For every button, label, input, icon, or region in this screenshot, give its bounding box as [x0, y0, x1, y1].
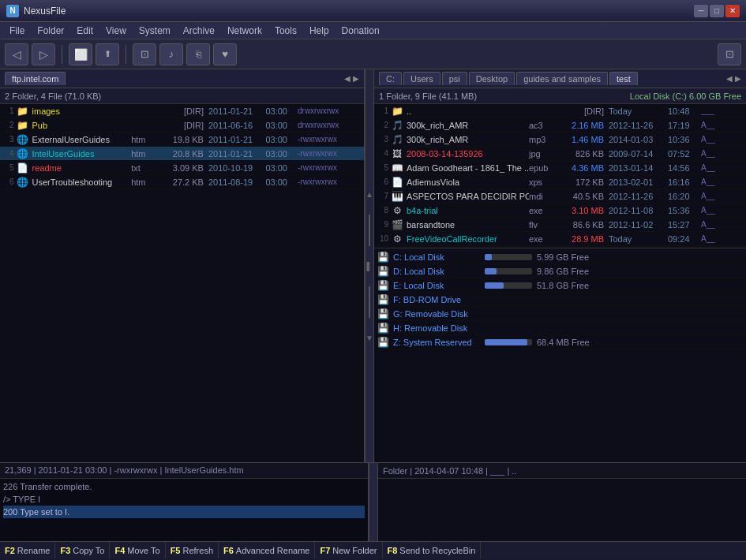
divider-graph[interactable]: ▌ [366, 262, 372, 271]
list-item[interactable]: 3🌐ExternalUserGuideshtm19.8 KB2011-01-21… [0, 133, 364, 147]
divider-up-arrow[interactable]: ▲ [366, 190, 373, 199]
file-icon: 🎵 [391, 133, 403, 146]
drive-name: G: Removable Disk [393, 309, 480, 319]
list-item[interactable]: 8⚙b4a-trialexe3.10 MB2012-11-0815:36A__ [374, 203, 746, 218]
list-item[interactable]: 6🌐UserTroubleshootinghtm27.2 KB2011-08-1… [0, 175, 364, 189]
file-name: b4a-trial [407, 206, 529, 215]
list-item[interactable]: 2🎵300k_rich_AMRac32.16 MB2012-11-2617:19… [374, 118, 746, 133]
left-tab-arrows: ◀ ▶ [344, 74, 359, 83]
drive-item[interactable]: 💾G: Removable Disk [374, 307, 746, 321]
file-name: ExternalUserGuides [32, 135, 132, 144]
menu-item-file[interactable]: File [3, 24, 31, 38]
menu-item-tools[interactable]: Tools [268, 24, 303, 38]
menu-item-folder[interactable]: Folder [31, 24, 70, 38]
fav-button[interactable]: ♥ [213, 43, 237, 65]
drive-bar-container [485, 282, 532, 289]
close-button[interactable]: ✕ [725, 5, 740, 17]
drive-free-space: 5.99 GB Free [537, 252, 589, 262]
menu-item-donation[interactable]: Donation [336, 24, 386, 38]
left-panel-tabs: ftp.intel.com ◀ ▶ [0, 69, 364, 88]
menu-item-archive[interactable]: Archive [177, 24, 221, 38]
file-icon: 🖼 [391, 147, 403, 160]
fn-key-f7[interactable]: F7New Folder [315, 542, 382, 558]
drive-item[interactable]: 💾E: Local Disk51.8 GB Free [374, 278, 746, 293]
left-file-list[interactable]: 1📁images[DIR]2011-01-2103:00drwxrwxrwx2📁… [0, 104, 364, 462]
log-line: /> TYPE I [3, 493, 365, 506]
list-item[interactable]: 10⚙FreeVideoCallRecorderexe28.9 MBToday0… [374, 232, 746, 246]
list-item[interactable]: 4🌐IntelUserGuideshtm20.8 KB2011-01-2103:… [0, 147, 364, 161]
function-bar: F2RenameF3Copy ToF4Move ToF5RefreshF6Adv… [0, 541, 746, 558]
fn-key-f3[interactable]: F3Copy To [55, 542, 110, 558]
list-item[interactable]: 7🎹ASPECTOS PARA DECIDIR POR...mdi40.5 KB… [374, 189, 746, 203]
file-date: 2012-11-02 [609, 220, 668, 230]
list-item[interactable]: 5📄readmetxt3.09 KB2010-10-1903:00-rwxrwx… [0, 161, 364, 175]
drive-item[interactable]: 💾Z: System Reserved68.4 MB Free [374, 335, 746, 349]
left-panel-tab[interactable]: ftp.intel.com [5, 72, 66, 85]
list-item[interactable]: 1📁..[DIR]Today10:48___ [374, 104, 746, 118]
drive-item[interactable]: 💾D: Local Disk9.86 GB Free [374, 264, 746, 278]
maximize-button[interactable]: □ [710, 5, 724, 17]
drive-name: D: Local Disk [393, 267, 480, 276]
menu-item-system[interactable]: System [133, 24, 177, 38]
file-date: 2009-07-14 [609, 149, 668, 159]
fn-number: F2 [5, 546, 15, 555]
right-breadcrumb-test[interactable]: test [609, 72, 638, 85]
drive-usage-bar [485, 268, 497, 274]
file-size: 19.8 KB [162, 135, 204, 144]
file-date: 2011-06-16 [208, 121, 265, 130]
list-item[interactable]: 3🎵300k_rich_AMRmp31.46 MB2014-01-0310:36… [374, 133, 746, 147]
file-icon: 🎹 [391, 190, 403, 203]
fn-key-f2[interactable]: F2Rename [0, 542, 55, 558]
drive-free-space: 9.86 GB Free [537, 267, 589, 276]
fn-key-f8[interactable]: F8Send to RecycleBin [383, 542, 482, 558]
right-breadcrumb-Users[interactable]: Users [403, 72, 440, 85]
file-attr: A__ [701, 121, 715, 129]
list-item[interactable]: 5📖Adam Goodheart - 1861_ The ...epub4.36… [374, 161, 746, 175]
drive-item[interactable]: 💾H: Removable Disk [374, 321, 746, 335]
divider-down-arrow[interactable]: ▼ [366, 334, 373, 342]
menu-item-network[interactable]: Network [221, 24, 268, 38]
list-item[interactable]: 1📁images[DIR]2011-01-2103:00drwxrwxrwx [0, 104, 364, 118]
fn-key-f5[interactable]: F5Refresh [166, 542, 219, 558]
root-button[interactable]: ⬜ [69, 43, 92, 65]
right-breadcrumb-guidesandsamples[interactable]: guides and samples [516, 72, 608, 85]
list-item[interactable]: 9🎬barsandtoneflv86.6 KB2012-11-0215:27A_… [374, 218, 746, 232]
fn-key-f4[interactable]: F4Move To [110, 542, 165, 558]
list-item[interactable]: 4🖼2008-03-14-135926jpg826 KB2009-07-1407… [374, 147, 746, 161]
back-button[interactable]: ◁ [5, 43, 28, 65]
right-file-list[interactable]: 1📁..[DIR]Today10:48___2🎵300k_rich_AMRac3… [374, 104, 746, 462]
drive-item[interactable]: 💾C: Local Disk5.99 GB Free [374, 250, 746, 264]
fn-number: F4 [114, 546, 125, 555]
list-item[interactable]: 2📁Pub[DIR]2011-06-1603:00drwxrwxrwx [0, 118, 364, 133]
menu-item-view[interactable]: View [99, 24, 133, 38]
file-time: 10:48 [668, 106, 701, 116]
file-name: 2008-03-14-135926 [407, 149, 529, 159]
fn-label: New Folder [332, 546, 377, 555]
file-name: ASPECTOS PARA DECIDIR POR... [407, 192, 529, 201]
right-breadcrumb-C[interactable]: C: [379, 72, 402, 85]
right-breadcrumb-psi[interactable]: psi [442, 72, 467, 85]
main-content: ftp.intel.com ◀ ▶ 2 Folder, 4 File (71.0… [0, 69, 746, 462]
copy-button[interactable]: ⎗ [186, 43, 210, 65]
right-tab-arrows: ◀ ▶ [726, 74, 741, 83]
right-toolbar-btn[interactable]: ⊡ [718, 43, 741, 65]
drive-item[interactable]: 💾F: BD-ROM Drive [374, 293, 746, 307]
fn-key-f6[interactable]: F6Advanced Rename [219, 542, 315, 558]
fn-number: F5 [171, 546, 181, 555]
fn-label: Advanced Rename [236, 546, 310, 555]
file-attr: A__ [701, 206, 715, 215]
menu-item-help[interactable]: Help [303, 24, 336, 38]
right-breadcrumb-Desktop[interactable]: Desktop [469, 72, 515, 85]
file-ext: flv [529, 220, 560, 230]
log-line: 226 Transfer complete. [3, 480, 365, 493]
up-button[interactable]: ⬆ [96, 43, 119, 65]
drive-icon: 💾 [377, 294, 390, 305]
audio-button[interactable]: ♪ [159, 43, 183, 65]
camera-button[interactable]: ⊡ [133, 43, 156, 65]
forward-button[interactable]: ▷ [32, 43, 55, 65]
list-item[interactable]: 6📄AdiemusViolaxps172 KB2013-02-0116:16A_… [374, 175, 746, 189]
drive-name: E: Local Disk [393, 281, 480, 290]
file-date: 2012-11-26 [609, 192, 668, 201]
minimize-button[interactable]: ─ [694, 5, 708, 17]
menu-item-edit[interactable]: Edit [70, 24, 99, 38]
